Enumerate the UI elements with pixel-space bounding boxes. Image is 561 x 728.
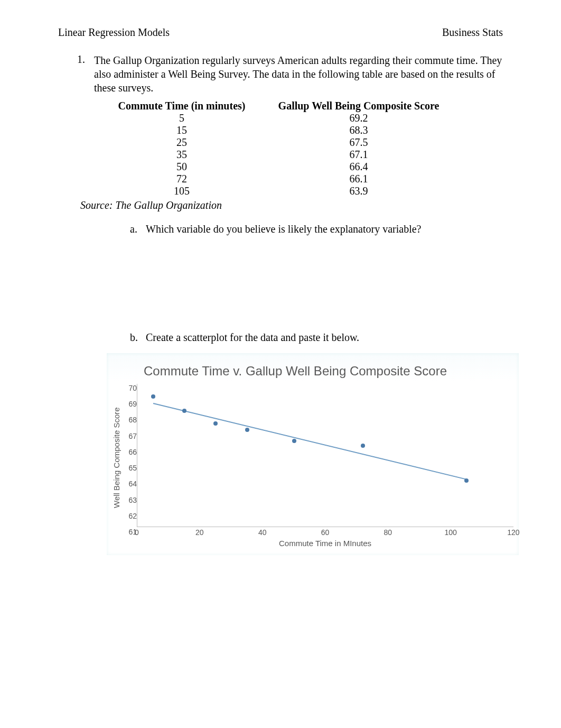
scatter-chart: Commute Time v. Gallup Well Being Compos… <box>107 353 519 555</box>
x-axis-ticks: 0 20 40 60 80 100 120 <box>137 528 513 537</box>
subquestion-letter: b. <box>130 331 146 344</box>
data-point <box>361 444 365 448</box>
y-tick: 69 <box>123 400 137 408</box>
y-tick: 66 <box>123 448 137 456</box>
subquestion-letter: a. <box>130 223 146 235</box>
header-right: Business Stats <box>442 26 503 39</box>
data-point <box>182 409 186 413</box>
table-row: 7266.1 <box>102 173 503 185</box>
table-header-commute: Commute Time (in minutes) <box>102 100 261 112</box>
table-row: 5066.4 <box>102 161 503 173</box>
table-row: 2567.5 <box>102 136 503 149</box>
y-tick: 68 <box>123 416 137 424</box>
data-point <box>464 478 469 483</box>
y-axis-ticks: 70 69 68 67 66 65 64 63 62 61 <box>123 384 137 536</box>
table-row: 1568.3 <box>102 124 503 136</box>
table-row: 569.2 <box>102 112 503 124</box>
table-row: 3567.1 <box>102 149 503 161</box>
page-header: Linear Regression Models Business Stats <box>58 26 503 39</box>
subquestion-text: Which variable do you believe is likely … <box>146 223 421 235</box>
y-tick: 70 <box>123 384 137 392</box>
y-tick: 65 <box>123 464 137 472</box>
table-header-score: Gallup Well Being Composite Score <box>261 100 456 112</box>
y-tick: 64 <box>123 480 137 488</box>
table-source: Source: The Gallup Organization <box>80 199 503 211</box>
chart-title: Commute Time v. Gallup Well Being Compos… <box>144 364 513 379</box>
y-tick: 63 <box>123 496 137 504</box>
y-axis-label: Well Being Composite Score <box>112 384 121 532</box>
y-tick: 62 <box>123 512 137 520</box>
table-row: 10563.9 <box>102 185 503 197</box>
subquestion-text: Create a scatterplot for the data and pa… <box>146 331 359 344</box>
data-point <box>151 394 155 399</box>
question-text: The Gallup Organization regularly survey… <box>94 53 503 95</box>
question-number: 1. <box>77 53 94 95</box>
data-point <box>213 421 218 426</box>
question-1: 1. The Gallup Organization regularly sur… <box>77 53 503 95</box>
data-point <box>292 439 296 443</box>
header-left: Linear Regression Models <box>58 26 170 39</box>
plot-area <box>137 384 513 527</box>
subquestion-b: b. Create a scatterplot for the data and… <box>130 331 503 344</box>
x-axis-label: Commute Time in MInutes <box>137 539 513 548</box>
data-table: Commute Time (in minutes) Gallup Well Be… <box>102 100 503 197</box>
trendline <box>153 403 466 480</box>
subquestion-a: a. Which variable do you believe is like… <box>130 223 503 235</box>
y-tick: 67 <box>123 432 137 440</box>
data-point <box>245 428 249 432</box>
